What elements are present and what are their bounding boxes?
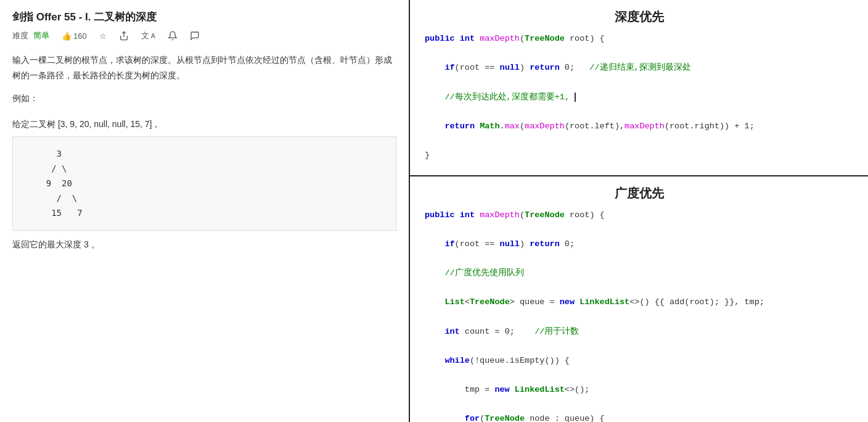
tree-visualization: 3 / \ 9 20 / \ 15 7 bbox=[12, 136, 396, 231]
difficulty-value: 简单 bbox=[33, 30, 49, 41]
bell-icon[interactable] bbox=[168, 31, 178, 41]
left-panel: 剑指 Offer 55 - I. 二叉树的深度 难度 简单 👍 160 ☆ 文A… bbox=[0, 0, 410, 422]
share-icon[interactable] bbox=[119, 31, 129, 41]
section1-title: 深度优先 bbox=[410, 0, 868, 31]
difficulty-label: 难度 bbox=[12, 30, 28, 41]
translate-icon[interactable]: 文A bbox=[141, 30, 155, 41]
problem-title: 剑指 Offer 55 - I. 二叉树的深度 bbox=[12, 10, 396, 24]
comment-icon[interactable] bbox=[190, 31, 200, 41]
breadth-first-code: public int maxDepth(TreeNode root) { if(… bbox=[410, 208, 868, 422]
right-panel: 深度优先 public int maxDepth(TreeNode root) … bbox=[410, 0, 868, 422]
depth-first-code: public int maxDepth(TreeNode root) { if(… bbox=[410, 31, 868, 172]
likes-count: 160 bbox=[73, 31, 87, 41]
section2-title: 广度优先 bbox=[410, 176, 868, 208]
thumb-up-icon: 👍 bbox=[62, 31, 72, 41]
meta-row: 难度 简单 👍 160 ☆ 文A bbox=[12, 30, 396, 41]
problem-description: 输入一棵二叉树的根节点，求该树的深度。从根节点到叶节点依次经过的节点（含根、叶节… bbox=[12, 52, 396, 83]
example-label: 例如： bbox=[12, 93, 396, 104]
likes-icon[interactable]: 👍 160 bbox=[62, 31, 87, 41]
star-icon[interactable]: ☆ bbox=[99, 31, 107, 41]
result-label: 返回它的最大深度 3 。 bbox=[12, 239, 396, 250]
given-label: 给定二叉树 [3, 9, 20, null, null, 15, 7]， bbox=[12, 119, 396, 130]
